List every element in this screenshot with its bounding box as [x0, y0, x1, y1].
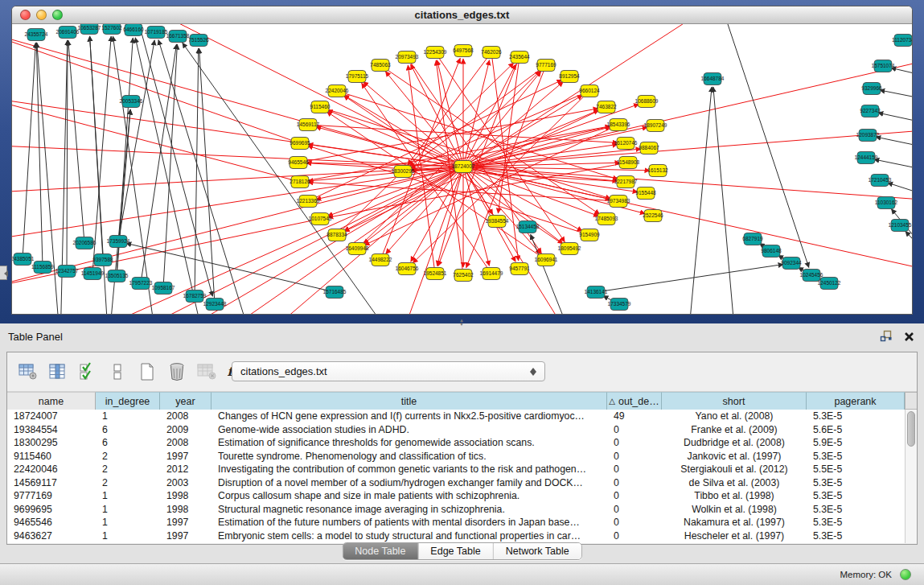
- table-row[interactable]: 1872400712008Changes of HCN gene express…: [7, 410, 905, 423]
- table-row[interactable]: 946362711997Embryonic stem cells: a mode…: [7, 529, 905, 543]
- column-header-pagerank[interactable]: pagerank: [807, 392, 905, 410]
- network-window-titlebar[interactable]: citations_edges.txt: [12, 6, 912, 24]
- citation-edge-black[interactable]: [596, 264, 783, 292]
- network-node[interactable]: 9465546: [288, 157, 309, 169]
- network-node[interactable]: 17975115: [346, 71, 369, 83]
- citation-edge-black[interactable]: [688, 87, 712, 314]
- network-node[interactable]: 10107543: [309, 213, 332, 225]
- column-header-out_degree[interactable]: △out_de…: [607, 392, 662, 410]
- delete-table-icon[interactable]: [195, 360, 217, 383]
- network-node[interactable]: 24355724: [25, 29, 48, 41]
- network-node[interactable]: 16648784: [701, 73, 725, 85]
- hide-panel-arrow-icon[interactable]: [0, 266, 7, 280]
- network-node[interactable]: 12254309: [424, 47, 447, 59]
- network-node[interactable]: 17334579: [608, 299, 631, 311]
- citation-edge-black[interactable]: [23, 43, 35, 259]
- citation-edge-black[interactable]: [880, 90, 912, 103]
- table-row[interactable]: 1830029562008Estimation of significance …: [7, 436, 905, 450]
- network-node[interactable]: 17485093: [595, 213, 618, 225]
- network-node[interactable]: 6827919: [742, 233, 763, 245]
- citation-edge-red[interactable]: [12, 31, 463, 167]
- network-node[interactable]: 16409948: [346, 243, 369, 255]
- scrollbar-track[interactable]: [905, 410, 917, 543]
- network-node[interactable]: 14498222: [369, 254, 392, 266]
- network-node[interactable]: 13505135: [105, 270, 129, 282]
- unselect-all-columns-icon[interactable]: [106, 360, 128, 383]
- network-node[interactable]: 9660124: [579, 85, 600, 97]
- network-node[interactable]: 6466160: [123, 24, 144, 36]
- citation-edge-black[interactable]: [874, 159, 912, 174]
- table-row[interactable]: 977716911998Corpus callosum shape and si…: [7, 489, 905, 503]
- network-node[interactable]: 10653287: [78, 24, 101, 35]
- network-node[interactable]: 1615132: [647, 165, 668, 177]
- tab-node-table[interactable]: Node Table: [343, 543, 418, 559]
- network-node[interactable]: 14136141: [585, 286, 608, 299]
- network-node[interactable]: 6497568: [453, 45, 474, 57]
- citation-edge-red[interactable]: [320, 107, 610, 199]
- network-node[interactable]: 11451949: [81, 268, 105, 280]
- network-node[interactable]: 16120746: [614, 138, 638, 150]
- citation-edge-black[interactable]: [720, 24, 809, 268]
- show-columns-icon[interactable]: [47, 360, 68, 383]
- network-node[interactable]: 7485063: [370, 60, 391, 72]
- citation-edge-black[interactable]: [906, 231, 912, 274]
- citation-edge-red[interactable]: [463, 149, 641, 167]
- citation-edge-red[interactable]: [435, 52, 565, 242]
- column-header-year[interactable]: year: [160, 392, 211, 410]
- network-node[interactable]: 12093872: [856, 130, 880, 142]
- column-header-title[interactable]: title: [211, 392, 607, 410]
- network-node[interactable]: 1527602: [101, 24, 122, 35]
- network-node[interactable]: 11548908: [617, 157, 640, 169]
- citation-edge-black[interactable]: [118, 40, 154, 241]
- network-node[interactable]: 18543396: [607, 119, 630, 131]
- network-node[interactable]: 11120734: [892, 35, 912, 47]
- network-node[interactable]: 20691406: [56, 27, 80, 39]
- citation-edge-black[interactable]: [876, 137, 912, 151]
- network-node[interactable]: 10688609: [635, 96, 659, 108]
- citation-edge-red[interactable]: [463, 56, 912, 167]
- network-node[interactable]: 16914479: [480, 268, 503, 280]
- network-node[interactable]: 14569117: [297, 119, 320, 131]
- network-node[interactable]: 10719185: [145, 27, 168, 39]
- citation-edge-red[interactable]: [409, 65, 546, 167]
- citation-edge-black[interactable]: [713, 87, 736, 314]
- column-header-short[interactable]: short: [662, 392, 807, 410]
- network-node[interactable]: 18907249: [644, 120, 667, 132]
- network-node[interactable]: 9806148: [761, 245, 782, 257]
- network-node[interactable]: 15134458: [516, 221, 540, 233]
- citation-edge-black[interactable]: [878, 113, 912, 127]
- citation-edge-red[interactable]: [12, 97, 300, 182]
- network-node[interactable]: 9155448: [635, 187, 656, 200]
- tab-edge-table[interactable]: Edge Table: [418, 543, 493, 559]
- citation-edge-black[interactable]: [117, 109, 130, 276]
- column-header-name[interactable]: name: [7, 392, 96, 410]
- network-node[interactable]: 10958167: [152, 282, 175, 295]
- network-node[interactable]: 9457791: [509, 263, 530, 275]
- minimize-window-icon[interactable]: [36, 10, 47, 20]
- tab-network-table[interactable]: Network Table: [494, 543, 581, 559]
- network-node[interactable]: 12213369: [297, 196, 320, 208]
- table-row[interactable]: 1938455462009Genome-wide association stu…: [7, 423, 905, 437]
- table-vertical-scrollbar[interactable]: [905, 392, 917, 543]
- network-node[interactable]: 7463822: [596, 101, 617, 113]
- table-row[interactable]: 969969511998Structural magnetic resonanc…: [7, 503, 905, 517]
- network-node[interactable]: 24385051: [12, 253, 35, 266]
- network-node[interactable]: 9115460: [310, 101, 331, 113]
- network-node[interactable]: 20973493: [396, 51, 419, 64]
- citation-edge-black[interactable]: [109, 109, 130, 314]
- table-selector-dropdown[interactable]: citations_edges.txt: [232, 361, 545, 381]
- network-node[interactable]: 12103455: [889, 220, 912, 232]
- network-node[interactable]: 17210453: [869, 175, 892, 187]
- network-node[interactable]: 19524851: [424, 268, 447, 280]
- citation-edge-red[interactable]: [463, 167, 563, 244]
- network-node[interactable]: 16671358: [166, 31, 190, 43]
- citation-edge-red[interactable]: [463, 110, 599, 167]
- citation-edge-black[interactable]: [163, 44, 177, 288]
- table-row[interactable]: 2242004622012Investigating the contribut…: [7, 463, 905, 476]
- network-canvas-container[interactable]: 1872400711548908122179871973498317485093…: [12, 24, 912, 314]
- network-node[interactable]: 17957223: [129, 278, 153, 290]
- table-row[interactable]: 911546021997Tourette syndrome. Phenomeno…: [7, 450, 905, 463]
- create-column-icon[interactable]: [136, 360, 158, 383]
- network-node[interactable]: 8878334: [326, 229, 347, 241]
- network-node[interactable]: 7625402: [453, 270, 474, 282]
